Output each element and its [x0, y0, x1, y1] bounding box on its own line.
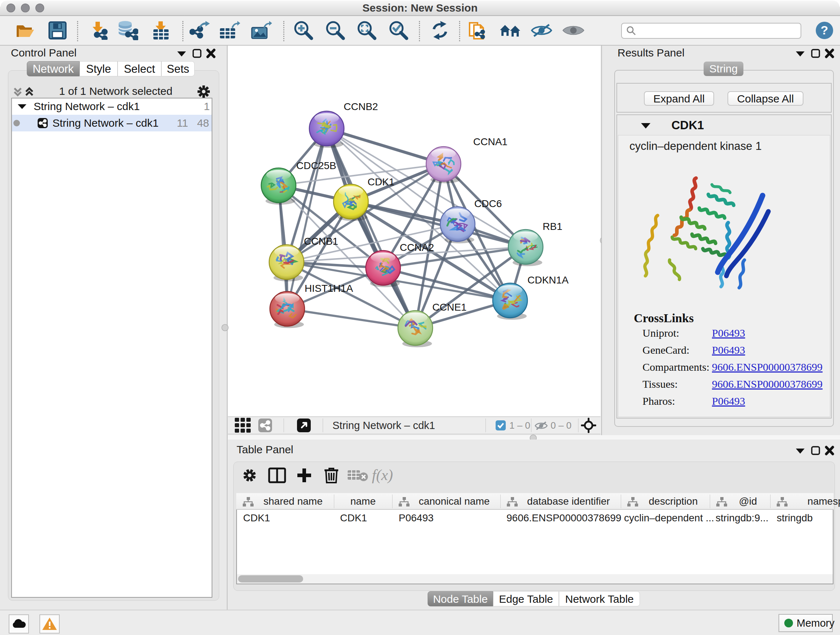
svg-text:CCNB1: CCNB1	[304, 236, 338, 247]
svg-text:RB1: RB1	[543, 221, 562, 232]
svg-text:CCNE1: CCNE1	[432, 302, 467, 313]
svg-text:CCNB2: CCNB2	[344, 101, 378, 112]
svg-text:CDKN1A: CDKN1A	[527, 274, 569, 286]
svg-text:CCNA1: CCNA1	[473, 136, 508, 147]
svg-text:HIST1H1A: HIST1H1A	[305, 283, 353, 294]
svg-text:?: ?	[821, 23, 829, 37]
svg-text:CDC25B: CDC25B	[296, 160, 336, 171]
svg-text:CDK1: CDK1	[368, 176, 395, 187]
svg-text:CCNA2: CCNA2	[400, 242, 434, 253]
svg-text:CDC6: CDC6	[474, 198, 502, 209]
